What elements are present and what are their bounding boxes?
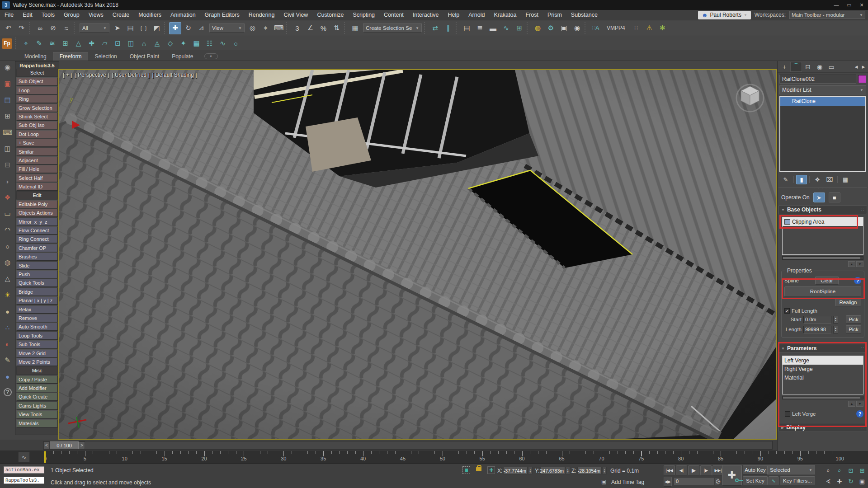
menu-item[interactable]: Frost (521, 10, 542, 20)
next-frame-arrow[interactable]: > (79, 441, 85, 449)
auto-key-button[interactable]: Auto Key (743, 465, 768, 474)
rappatools-item[interactable]: Quick Create (16, 393, 58, 401)
rappatools-item[interactable]: Editable Poly (16, 200, 58, 208)
rappatools-item[interactable]: Quick Tools (16, 279, 58, 287)
reference-coordinate-dropdown[interactable]: View ▼ (209, 23, 245, 33)
remove-modifier-icon[interactable]: ⌧ (824, 175, 835, 184)
select-and-manipulate-icon[interactable]: ⌖ (259, 22, 272, 34)
rappatools-item[interactable]: Dot Loop (16, 130, 58, 138)
rappatools-item[interactable]: Sub Obj Iso (16, 121, 58, 129)
absolute-mode-icon[interactable]: ✚ (487, 466, 495, 474)
strip-tool-icon[interactable]: ∴ (2, 322, 13, 333)
rappatools-item[interactable]: Grow Selection (16, 104, 58, 112)
menu-item[interactable]: Content (379, 10, 408, 20)
freeform-tool-icon[interactable]: ⌂ (138, 38, 150, 50)
rappatools-item[interactable]: Chamfer OP (16, 244, 58, 252)
rappatools-item[interactable]: Auto Smooth (16, 323, 58, 331)
previous-frame-icon[interactable]: ◀| (676, 465, 687, 475)
help-icon[interactable]: ? (856, 410, 863, 418)
ribbon-tab[interactable]: Selection (88, 52, 123, 61)
menu-item[interactable]: Customize (312, 10, 348, 20)
zoom-extents-icon[interactable]: ⊡ (845, 465, 856, 475)
rappatools-item[interactable]: Similar (16, 148, 58, 156)
menu-item[interactable]: Views (84, 10, 108, 20)
toggle-layer-explorer-icon[interactable]: ≣ (474, 22, 486, 34)
viewport-canvas[interactable] (59, 70, 776, 439)
spinner-snap-icon[interactable]: ⇅ (330, 22, 343, 34)
freeform-tool-icon[interactable]: ◬ (151, 38, 163, 50)
viewcube[interactable] (734, 81, 766, 113)
param-up-button[interactable]: ▲ (848, 401, 855, 407)
strip-tool-icon[interactable]: ◐ (2, 338, 13, 349)
menu-item[interactable]: Animation (166, 10, 200, 20)
select-object-icon[interactable]: ➤ (111, 22, 123, 34)
operate-on-spline-button[interactable]: ➤ (813, 192, 825, 202)
redo-icon[interactable]: ↷ (15, 22, 28, 34)
length-spinner[interactable]: ▲▼ (833, 326, 838, 333)
maximize-viewport-icon[interactable]: ▣ (857, 476, 868, 486)
freeform-tool-icon[interactable]: ⊡ (112, 38, 124, 50)
rectangular-selection-icon[interactable]: ▢ (137, 22, 150, 34)
rappatools-item[interactable]: Flow Connect (16, 226, 58, 235)
parameter-item[interactable]: Left Verge (783, 356, 863, 365)
strip-tool-icon[interactable]: ◗ (2, 176, 13, 187)
freeform-tool-icon[interactable]: ◇ (164, 38, 176, 50)
edit-named-selection-sets-icon[interactable]: ▦ (349, 22, 361, 34)
menu-item[interactable]: Krakatoa (489, 10, 521, 20)
menu-item[interactable]: Rendering (244, 10, 279, 20)
named-selection-sets-dropdown[interactable]: Create Selection Se ▼ (363, 23, 422, 33)
select-and-rotate-icon[interactable]: ↻ (182, 22, 194, 34)
strip-tool-icon[interactable]: ✎ (2, 355, 13, 366)
rappatools-item[interactable]: Push (16, 270, 58, 278)
panel-grip[interactable]: · · · · · (778, 187, 867, 191)
pan-icon[interactable]: ✚ (834, 476, 845, 486)
render-setup-icon[interactable]: ⚙ (545, 22, 557, 34)
maximize-button[interactable]: ▭ (843, 0, 855, 9)
current-frame-marker[interactable] (44, 451, 46, 463)
rappatools-item[interactable]: Ring (16, 95, 58, 103)
freeform-tool-icon[interactable]: ▦ (190, 38, 203, 50)
strip-tool-icon[interactable]: ▤ (2, 94, 13, 105)
pin-stack-icon[interactable]: ✎ (780, 175, 791, 184)
viewport-menu-plus[interactable]: [ + ] (63, 72, 72, 78)
strip-tool-icon[interactable]: ▭ (2, 208, 13, 219)
add-time-tag[interactable]: Add Time Tag (611, 479, 644, 485)
field-of-view-icon[interactable]: ∢ (823, 476, 834, 486)
rappatools-item[interactable]: Copy / Paste (16, 375, 58, 384)
ribbon-tab[interactable]: Object Paint (123, 52, 165, 61)
configure-modifier-sets-icon[interactable]: ▦ (840, 175, 851, 184)
rappatools-item[interactable]: Misc (16, 366, 58, 375)
strip-tool-icon[interactable]: ◠ (2, 225, 13, 235)
menu-item[interactable]: Modifiers (134, 10, 166, 20)
rappatools-item[interactable]: Add Modifier (16, 384, 58, 392)
use-pivot-center-icon[interactable]: ◎ (246, 22, 259, 34)
align-icon[interactable]: ∥ (442, 22, 454, 34)
percent-snap-icon[interactable]: % (317, 22, 330, 34)
ribbon-tab[interactable]: Freeform (53, 52, 89, 61)
toggle-scene-explorer-icon[interactable]: ▤ (461, 22, 473, 34)
start-field[interactable]: 0.0m (803, 316, 831, 324)
dots-grid-icon[interactable]: ∷ (630, 22, 642, 34)
curve-editor-icon[interactable]: ∿ (500, 22, 512, 34)
schematic-view-icon[interactable]: ⊞ (513, 22, 525, 34)
rappatools-item[interactable]: Mirror x y z (16, 218, 58, 226)
realign-button[interactable]: Realign (835, 298, 861, 306)
rendered-frame-window-icon[interactable]: ▣ (558, 22, 570, 34)
menu-item[interactable]: Arnold (464, 10, 489, 20)
selection-lock-icon[interactable] (476, 467, 481, 471)
perspective-viewport[interactable]: [ + ] [ Perspective ] [ User Defined ] [… (58, 69, 777, 440)
freeform-tool-icon[interactable]: ∿ (217, 38, 229, 50)
start-spinner[interactable]: ▲▼ (833, 316, 838, 324)
rappatools-item[interactable]: Select (16, 69, 58, 77)
menu-item[interactable]: Prism (543, 10, 566, 20)
x-spinner[interactable]: ▲▼ (528, 467, 533, 474)
zoom-all-icon[interactable]: ⌕ (834, 465, 845, 475)
rappatools-item[interactable]: Sub Object (16, 77, 58, 85)
viewport-pov-menu[interactable]: [ User Defined ] (112, 72, 149, 78)
forest-pack-button[interactable]: Fp (2, 38, 12, 49)
user-account-menu[interactable]: ☻ Paul Roberts ▼ (698, 11, 751, 19)
prev-frame-arrow[interactable]: < (43, 441, 50, 449)
strip-tool-icon[interactable]: ❖ (2, 192, 13, 203)
time-configuration-icon[interactable]: ◷ (716, 478, 720, 484)
keyboard-override-icon[interactable]: ⌨ (273, 22, 285, 34)
